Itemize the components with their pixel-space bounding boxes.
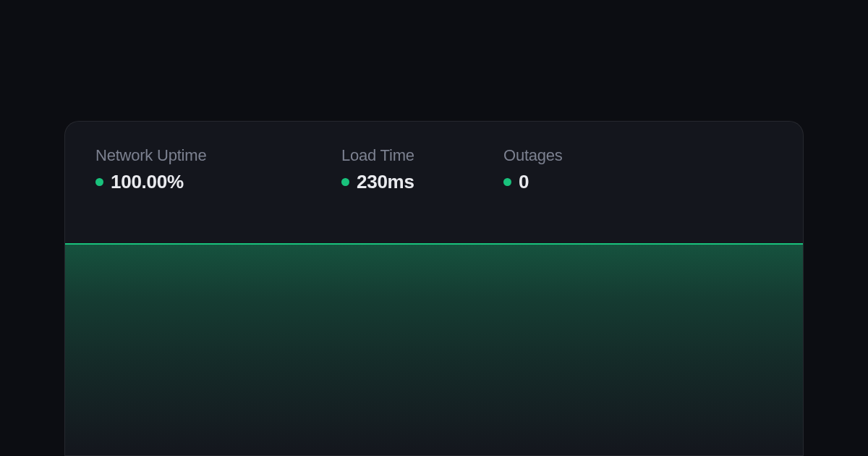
stat-load-time-value-row: 230ms <box>341 171 503 193</box>
stat-uptime: Network Uptime 100.00% <box>95 146 341 193</box>
stat-uptime-value-row: 100.00% <box>95 171 341 193</box>
stat-uptime-label: Network Uptime <box>95 146 341 165</box>
stat-uptime-value: 100.00% <box>111 171 184 193</box>
stat-outages-value: 0 <box>519 171 529 193</box>
status-dot-icon <box>341 178 349 186</box>
stat-load-time-label: Load Time <box>341 146 503 165</box>
stat-load-time-value: 230ms <box>357 171 414 193</box>
status-card: Network Uptime 100.00% Load Time 230ms O… <box>64 121 804 456</box>
stat-outages-label: Outages <box>503 146 773 165</box>
stats-row: Network Uptime 100.00% Load Time 230ms O… <box>65 122 803 193</box>
stat-outages-value-row: 0 <box>503 171 773 193</box>
stat-outages: Outages 0 <box>503 146 773 193</box>
uptime-chart <box>65 243 803 455</box>
stat-load-time: Load Time 230ms <box>341 146 503 193</box>
status-dot-icon <box>503 178 511 186</box>
status-dot-icon <box>95 178 103 186</box>
